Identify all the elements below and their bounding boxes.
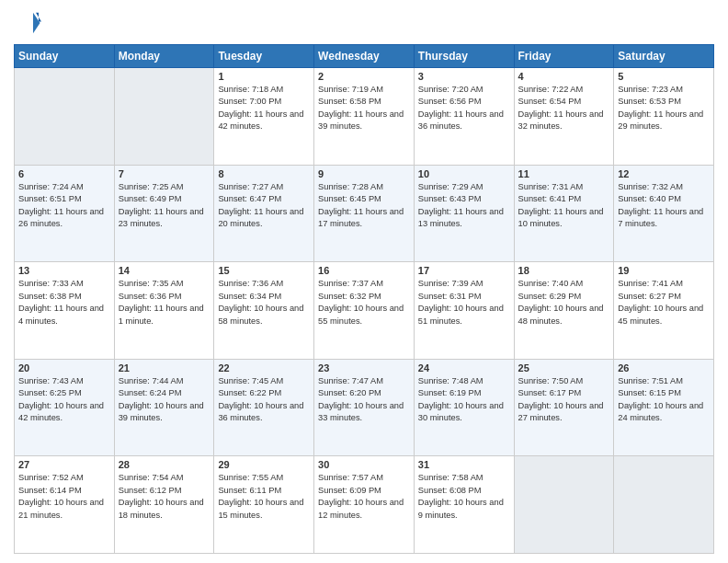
calendar-table: SundayMondayTuesdayWednesdayThursdayFrid… <box>14 44 714 554</box>
day-info: Sunrise: 7:25 AM Sunset: 6:49 PM Dayligh… <box>119 181 210 231</box>
calendar-cell: 1Sunrise: 7:18 AM Sunset: 7:00 PM Daylig… <box>214 68 314 166</box>
calendar-cell: 15Sunrise: 7:36 AM Sunset: 6:34 PM Dayli… <box>214 262 314 360</box>
day-number: 22 <box>218 362 310 373</box>
day-number: 21 <box>119 362 210 373</box>
day-info: Sunrise: 7:47 AM Sunset: 6:20 PM Dayligh… <box>318 375 410 425</box>
day-info: Sunrise: 7:23 AM Sunset: 6:53 PM Dayligh… <box>618 84 710 133</box>
day-number: 20 <box>18 362 110 373</box>
col-header-tuesday: Tuesday <box>214 45 314 68</box>
day-info: Sunrise: 7:58 AM Sunset: 6:08 PM Dayligh… <box>418 472 510 522</box>
day-info: Sunrise: 7:20 AM Sunset: 6:56 PM Dayligh… <box>418 84 510 133</box>
calendar-cell: 26Sunrise: 7:51 AM Sunset: 6:15 PM Dayli… <box>614 359 714 456</box>
calendar-cell: 19Sunrise: 7:41 AM Sunset: 6:27 PM Dayli… <box>614 262 714 360</box>
day-number: 27 <box>18 459 110 470</box>
day-number: 18 <box>518 265 610 276</box>
day-number: 10 <box>418 168 510 179</box>
day-number: 11 <box>518 168 610 179</box>
calendar-cell: 20Sunrise: 7:43 AM Sunset: 6:25 PM Dayli… <box>15 359 115 456</box>
day-number: 8 <box>218 168 310 179</box>
day-number: 13 <box>18 265 110 276</box>
calendar-cell: 27Sunrise: 7:52 AM Sunset: 6:14 PM Dayli… <box>15 456 115 554</box>
day-number: 4 <box>518 71 610 82</box>
day-info: Sunrise: 7:39 AM Sunset: 6:31 PM Dayligh… <box>418 278 510 327</box>
day-number: 5 <box>618 71 710 82</box>
col-header-thursday: Thursday <box>414 45 514 68</box>
day-number: 14 <box>119 265 210 276</box>
calendar-cell: 14Sunrise: 7:35 AM Sunset: 6:36 PM Dayli… <box>114 262 214 360</box>
calendar-cell: 6Sunrise: 7:24 AM Sunset: 6:51 PM Daylig… <box>15 165 115 262</box>
calendar-cell <box>514 456 614 554</box>
day-number: 25 <box>518 362 610 373</box>
calendar-cell: 7Sunrise: 7:25 AM Sunset: 6:49 PM Daylig… <box>114 165 214 262</box>
day-number: 17 <box>418 265 510 276</box>
day-info: Sunrise: 7:28 AM Sunset: 6:45 PM Dayligh… <box>318 181 410 231</box>
calendar-cell: 13Sunrise: 7:33 AM Sunset: 6:38 PM Dayli… <box>15 262 115 360</box>
svg-marker-0 <box>33 13 40 34</box>
day-info: Sunrise: 7:37 AM Sunset: 6:32 PM Dayligh… <box>318 278 410 327</box>
calendar-cell: 29Sunrise: 7:55 AM Sunset: 6:11 PM Dayli… <box>214 456 314 554</box>
day-info: Sunrise: 7:29 AM Sunset: 6:43 PM Dayligh… <box>418 181 510 231</box>
day-number: 3 <box>418 71 510 82</box>
day-info: Sunrise: 7:54 AM Sunset: 6:12 PM Dayligh… <box>119 472 210 522</box>
col-header-wednesday: Wednesday <box>314 45 415 68</box>
day-info: Sunrise: 7:19 AM Sunset: 6:58 PM Dayligh… <box>318 84 410 133</box>
day-number: 19 <box>618 265 710 276</box>
day-info: Sunrise: 7:50 AM Sunset: 6:17 PM Dayligh… <box>518 375 610 425</box>
day-info: Sunrise: 7:40 AM Sunset: 6:29 PM Dayligh… <box>518 278 610 327</box>
header <box>14 9 714 37</box>
day-number: 12 <box>618 168 710 179</box>
day-info: Sunrise: 7:35 AM Sunset: 6:36 PM Dayligh… <box>119 278 210 327</box>
calendar-cell: 18Sunrise: 7:40 AM Sunset: 6:29 PM Dayli… <box>514 262 614 360</box>
day-number: 24 <box>418 362 510 373</box>
day-info: Sunrise: 7:33 AM Sunset: 6:38 PM Dayligh… <box>18 278 110 327</box>
calendar-cell: 9Sunrise: 7:28 AM Sunset: 6:45 PM Daylig… <box>314 165 415 262</box>
day-number: 26 <box>618 362 710 373</box>
day-number: 2 <box>318 71 410 82</box>
calendar-cell <box>114 68 214 166</box>
day-number: 7 <box>119 168 210 179</box>
day-number: 9 <box>318 168 410 179</box>
day-number: 28 <box>119 459 210 470</box>
day-info: Sunrise: 7:27 AM Sunset: 6:47 PM Dayligh… <box>218 181 310 231</box>
day-info: Sunrise: 7:22 AM Sunset: 6:54 PM Dayligh… <box>518 84 610 133</box>
calendar-cell: 16Sunrise: 7:37 AM Sunset: 6:32 PM Dayli… <box>314 262 415 360</box>
day-info: Sunrise: 7:57 AM Sunset: 6:09 PM Dayligh… <box>318 472 410 522</box>
day-info: Sunrise: 7:24 AM Sunset: 6:51 PM Dayligh… <box>18 181 110 231</box>
calendar-cell: 11Sunrise: 7:31 AM Sunset: 6:41 PM Dayli… <box>514 165 614 262</box>
calendar-cell: 23Sunrise: 7:47 AM Sunset: 6:20 PM Dayli… <box>314 359 415 456</box>
calendar-cell: 8Sunrise: 7:27 AM Sunset: 6:47 PM Daylig… <box>214 165 314 262</box>
calendar-cell: 25Sunrise: 7:50 AM Sunset: 6:17 PM Dayli… <box>514 359 614 456</box>
day-info: Sunrise: 7:36 AM Sunset: 6:34 PM Dayligh… <box>218 278 310 327</box>
col-header-friday: Friday <box>514 45 614 68</box>
day-info: Sunrise: 7:55 AM Sunset: 6:11 PM Dayligh… <box>218 472 310 522</box>
day-info: Sunrise: 7:45 AM Sunset: 6:22 PM Dayligh… <box>218 375 310 425</box>
day-info: Sunrise: 7:52 AM Sunset: 6:14 PM Dayligh… <box>18 472 110 522</box>
calendar-cell: 5Sunrise: 7:23 AM Sunset: 6:53 PM Daylig… <box>614 68 714 166</box>
day-number: 16 <box>318 265 410 276</box>
col-header-saturday: Saturday <box>614 45 714 68</box>
calendar-cell: 22Sunrise: 7:45 AM Sunset: 6:22 PM Dayli… <box>214 359 314 456</box>
day-info: Sunrise: 7:31 AM Sunset: 6:41 PM Dayligh… <box>518 181 610 231</box>
day-info: Sunrise: 7:51 AM Sunset: 6:15 PM Dayligh… <box>618 375 710 425</box>
day-number: 29 <box>218 459 310 470</box>
logo-icon <box>14 9 41 37</box>
calendar-cell: 28Sunrise: 7:54 AM Sunset: 6:12 PM Dayli… <box>114 456 214 554</box>
page: SundayMondayTuesdayWednesdayThursdayFrid… <box>0 0 728 563</box>
day-number: 30 <box>318 459 410 470</box>
day-info: Sunrise: 7:32 AM Sunset: 6:40 PM Dayligh… <box>618 181 710 231</box>
calendar-cell: 4Sunrise: 7:22 AM Sunset: 6:54 PM Daylig… <box>514 68 614 166</box>
day-number: 31 <box>418 459 510 470</box>
logo <box>14 9 45 37</box>
calendar-cell <box>15 68 115 166</box>
calendar-cell: 24Sunrise: 7:48 AM Sunset: 6:19 PM Dayli… <box>414 359 514 456</box>
day-info: Sunrise: 7:43 AM Sunset: 6:25 PM Dayligh… <box>18 375 110 425</box>
col-header-monday: Monday <box>114 45 214 68</box>
calendar-cell: 17Sunrise: 7:39 AM Sunset: 6:31 PM Dayli… <box>414 262 514 360</box>
day-info: Sunrise: 7:18 AM Sunset: 7:00 PM Dayligh… <box>218 84 310 133</box>
day-info: Sunrise: 7:44 AM Sunset: 6:24 PM Dayligh… <box>119 375 210 425</box>
day-number: 15 <box>218 265 310 276</box>
day-number: 1 <box>218 71 310 82</box>
calendar-cell: 31Sunrise: 7:58 AM Sunset: 6:08 PM Dayli… <box>414 456 514 554</box>
calendar-cell: 30Sunrise: 7:57 AM Sunset: 6:09 PM Dayli… <box>314 456 415 554</box>
calendar-cell <box>614 456 714 554</box>
